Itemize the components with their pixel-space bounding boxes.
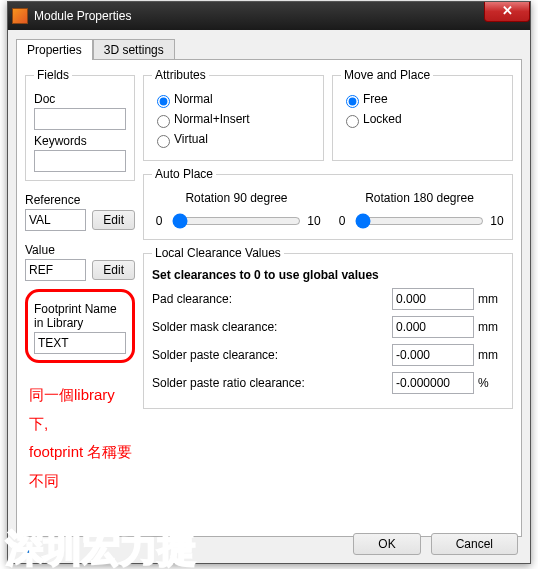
rot90-slider[interactable] — [172, 213, 301, 229]
ratio-clearance-label: Solder paste ratio clearance: — [152, 376, 388, 390]
tab-panel-properties: Fields Doc Keywords Reference Edit — [16, 59, 522, 537]
attributes-legend: Attributes — [152, 68, 209, 82]
mask-clearance-label: Solder mask clearance: — [152, 320, 388, 334]
reference-input[interactable] — [25, 209, 86, 231]
value-label: Value — [25, 243, 135, 257]
footprint-name-label: Footprint Name in Library — [34, 302, 126, 330]
ratio-clearance-unit: % — [478, 376, 504, 390]
radio-locked[interactable]: Locked — [341, 112, 504, 128]
radio-virtual-label: Virtual — [174, 132, 208, 146]
fields-legend: Fields — [34, 68, 72, 82]
mask-clearance-unit: mm — [478, 320, 504, 334]
edit-value-button[interactable]: Edit — [92, 260, 135, 280]
keywords-label: Keywords — [34, 134, 126, 148]
rot180-label: Rotation 180 degree — [335, 191, 504, 205]
fields-group: Fields Doc Keywords — [25, 68, 135, 181]
footprint-name-input[interactable] — [34, 332, 126, 354]
dialog-content: Properties 3D settings Fields Doc Keywor… — [8, 30, 530, 545]
cancel-button[interactable]: Cancel — [431, 533, 518, 555]
rot90-max: 10 — [307, 214, 321, 228]
radio-free[interactable]: Free — [341, 92, 504, 108]
doc-label: Doc — [34, 92, 126, 106]
app-icon — [12, 8, 28, 24]
paste-clearance-label: Solder paste clearance: — [152, 348, 388, 362]
tab-properties[interactable]: Properties — [16, 39, 93, 60]
clearance-note: Set clearances to 0 to use global values — [152, 268, 504, 282]
annotation-line1: 同一個library 下, — [29, 381, 135, 438]
keywords-input[interactable] — [34, 150, 126, 172]
rot180-slider[interactable] — [355, 213, 484, 229]
value-input[interactable] — [25, 259, 86, 281]
auto-place-group: Auto Place Rotation 90 degree 0 10 — [143, 167, 513, 240]
ok-button[interactable]: OK — [353, 533, 420, 555]
rot90-label: Rotation 90 degree — [152, 191, 321, 205]
footprint-highlight: Footprint Name in Library — [25, 289, 135, 363]
close-icon: ✕ — [502, 3, 513, 18]
paste-clearance-unit: mm — [478, 348, 504, 362]
doc-input[interactable] — [34, 108, 126, 130]
radio-normal[interactable]: Normal — [152, 92, 315, 108]
clearance-group: Local Clearance Values Set clearances to… — [143, 246, 513, 409]
move-place-legend: Move and Place — [341, 68, 433, 82]
radio-normal-insert[interactable]: Normal+Insert — [152, 112, 315, 128]
tab-strip: Properties 3D settings — [16, 39, 522, 60]
radio-locked-label: Locked — [363, 112, 402, 126]
window-title: Module Properties — [34, 9, 131, 23]
paste-clearance-input[interactable] — [392, 344, 474, 366]
radio-free-label: Free — [363, 92, 388, 106]
ratio-clearance-input[interactable] — [392, 372, 474, 394]
radio-virtual[interactable]: Virtual — [152, 132, 315, 148]
pad-clearance-input[interactable] — [392, 288, 474, 310]
reference-label: Reference — [25, 193, 135, 207]
pad-clearance-label: Pad clearance: — [152, 292, 388, 306]
close-button[interactable]: ✕ — [484, 2, 530, 22]
brand-logo-text: 深圳宏力捷 — [0, 527, 202, 569]
clearance-legend: Local Clearance Values — [152, 246, 284, 260]
radio-normal-insert-label: Normal+Insert — [174, 112, 250, 126]
mask-clearance-input[interactable] — [392, 316, 474, 338]
annotation-text: 同一個library 下, footprint 名稱要不同 — [25, 381, 135, 495]
dialog-footer: OK Cancel — [353, 533, 518, 555]
tab-3d-settings[interactable]: 3D settings — [93, 39, 175, 60]
rot180-min: 0 — [335, 214, 349, 228]
radio-normal-label: Normal — [174, 92, 213, 106]
pad-clearance-unit: mm — [478, 292, 504, 306]
titlebar: Module Properties ✕ — [8, 2, 530, 30]
move-place-group: Move and Place Free Locked — [332, 68, 513, 161]
rot180-max: 10 — [490, 214, 504, 228]
rot90-min: 0 — [152, 214, 166, 228]
attributes-group: Attributes Normal Normal+Insert Virtual — [143, 68, 324, 161]
annotation-line2: footprint 名稱要不同 — [29, 438, 135, 495]
edit-reference-button[interactable]: Edit — [92, 210, 135, 230]
dialog-window: Module Properties ✕ Properties 3D settin… — [7, 1, 531, 564]
auto-place-legend: Auto Place — [152, 167, 216, 181]
